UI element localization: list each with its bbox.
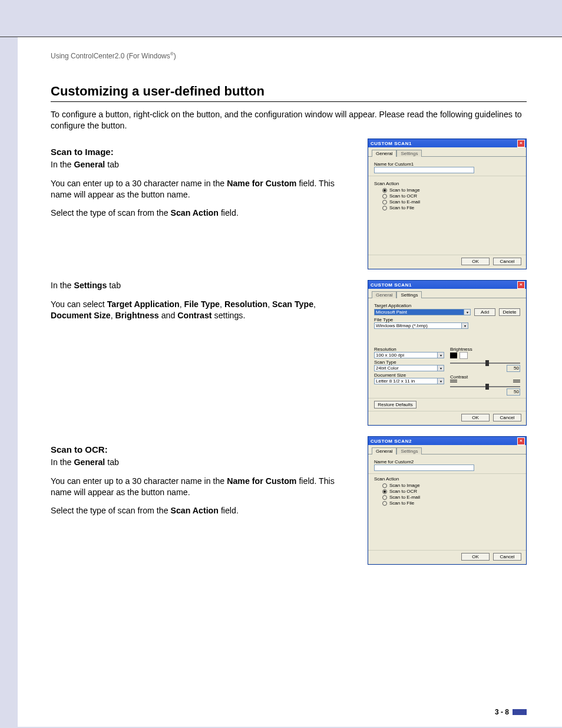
tab-general[interactable]: General — [372, 150, 396, 157]
scan-action-legend: Scan Action — [374, 476, 520, 482]
chevron-down-icon: ▾ — [438, 352, 444, 358]
radio-icon — [382, 489, 387, 494]
ocr-general-tab-line: In the General tab — [51, 457, 357, 468]
target-application-select[interactable]: Microsoft Paint ▾ — [374, 309, 471, 315]
running-header-text: Using ControlCenter2.0 (For Windows — [51, 52, 170, 60]
scan-action-paragraph: Select the type of scan from the Scan Ac… — [51, 207, 357, 219]
scan-type-select[interactable]: 24bit Color ▾ — [374, 365, 444, 371]
slider-thumb-icon — [485, 360, 489, 366]
intro-paragraph: To configure a button, right-click on th… — [51, 109, 527, 131]
chevron-down-icon: ▾ — [464, 309, 471, 315]
cancel-button[interactable]: Cancel — [493, 258, 521, 265]
radio-scan-to-ocr[interactable]: Scan to OCR — [382, 193, 520, 199]
target-application-label: Target Application — [374, 303, 520, 308]
contrast-value[interactable]: 50 — [507, 388, 520, 396]
dialog-title: CUSTOM SCAN1 — [371, 282, 412, 288]
chevron-down-icon: ▾ — [438, 378, 444, 384]
brightness-slider[interactable] — [450, 363, 520, 364]
add-button[interactable]: Add — [474, 308, 495, 316]
brightness-dark-icon — [450, 353, 457, 358]
radio-icon — [382, 483, 387, 488]
scan-action-group: Scan Action Scan to Image Scan to OCR Sc… — [374, 180, 520, 211]
page-title: Customizing a user-defined button — [51, 84, 527, 99]
radio-scan-to-image[interactable]: Scan to Image — [382, 187, 520, 193]
radio-scan-to-ocr[interactable]: Scan to OCR — [382, 489, 520, 494]
tab-settings[interactable]: Settings — [396, 291, 422, 298]
running-header: Using ControlCenter2.0 (For Windows®) — [51, 51, 527, 60]
brightness-label: Brightness — [450, 347, 520, 352]
radio-scan-to-file[interactable]: Scan to File — [382, 205, 520, 210]
close-icon[interactable]: × — [517, 281, 525, 289]
radio-icon — [382, 501, 387, 506]
tab-general[interactable]: General — [372, 447, 396, 454]
brightness-light-icon — [459, 352, 468, 359]
dialog-title: CUSTOM SCAN2 — [371, 439, 412, 444]
ocr-name-for-custom-paragraph: You can enter up to a 30 character name … — [51, 476, 357, 498]
scan-to-ocr-heading: Scan to OCR: — [51, 444, 357, 454]
radio-icon — [382, 200, 387, 205]
radio-scan-to-email[interactable]: Scan to E-mail — [382, 495, 520, 500]
ok-button[interactable]: OK — [461, 414, 490, 421]
contrast-low-icon — [450, 380, 457, 383]
radio-icon — [382, 206, 387, 210]
name-for-custom-label: Name for Custom2 — [374, 459, 520, 465]
restore-defaults-button[interactable]: Restore Defaults — [374, 401, 416, 409]
name-for-custom-input[interactable] — [374, 465, 474, 471]
name-for-custom-input[interactable] — [374, 167, 474, 173]
resolution-select[interactable]: 100 x 100 dpi ▾ — [374, 352, 444, 358]
cancel-button[interactable]: Cancel — [493, 414, 521, 421]
radio-scan-to-file[interactable]: Scan to File — [382, 500, 520, 506]
document-size-label: Document Size — [374, 373, 444, 378]
page-top-strip — [0, 0, 562, 37]
general-tab-line: In the General tab — [51, 159, 357, 170]
chevron-down-icon: ▾ — [438, 365, 444, 371]
chevron-down-icon: ▾ — [462, 322, 468, 329]
document-size-select[interactable]: Letter 8 1/2 x 11 in ▾ — [374, 378, 444, 384]
file-type-select[interactable]: Windows Bitmap (*.bmp) ▾ — [374, 322, 468, 329]
brightness-value[interactable]: 50 — [507, 365, 520, 372]
ok-button[interactable]: OK — [461, 258, 490, 265]
radio-icon — [382, 188, 387, 193]
title-rule — [51, 101, 527, 102]
contrast-label: Contrast — [450, 374, 520, 380]
tab-general[interactable]: General — [372, 291, 396, 298]
dialog-title: CUSTOM SCAN1 — [371, 141, 412, 146]
dialog-titlebar[interactable]: CUSTOM SCAN1 × — [368, 139, 526, 147]
custom-scan2-general-dialog: CUSTOM SCAN2 × General Settings Name for… — [368, 436, 527, 565]
custom-scan1-settings-dialog: CUSTOM SCAN1 × General Settings Target A… — [368, 280, 527, 426]
custom-scan1-general-dialog: CUSTOM SCAN1 × General Settings Name for… — [368, 139, 527, 269]
dialog-titlebar[interactable]: CUSTOM SCAN2 × — [368, 437, 526, 445]
page-number: 3 - 8 — [495, 708, 509, 716]
resolution-label: Resolution — [374, 347, 444, 352]
scan-to-image-heading: Scan to Image: — [51, 147, 357, 157]
file-type-label: File Type — [374, 317, 520, 322]
dialog-titlebar[interactable]: CUSTOM SCAN1 × — [368, 281, 526, 289]
contrast-slider[interactable] — [450, 386, 520, 387]
radio-scan-to-image[interactable]: Scan to Image — [382, 483, 520, 488]
document-page: Using ControlCenter2.0 (For Windows®) 3 … — [18, 37, 562, 727]
radio-icon — [382, 194, 387, 199]
scan-type-label: Scan Type — [374, 360, 444, 365]
radio-scan-to-email[interactable]: Scan to E-mail — [382, 199, 520, 205]
settings-tab-line: In the Settings tab — [51, 280, 357, 291]
name-for-custom-label: Name for Custom1 — [374, 162, 520, 167]
slider-thumb-icon — [485, 384, 489, 390]
tab-settings[interactable]: Settings — [396, 150, 422, 157]
scan-action-legend: Scan Action — [374, 181, 520, 186]
radio-icon — [382, 495, 387, 500]
settings-fields-paragraph: You can select Target Application, File … — [51, 299, 357, 321]
name-for-custom-paragraph: You can enter up to a 30 character name … — [51, 178, 357, 200]
ok-button[interactable]: OK — [461, 553, 490, 561]
delete-button[interactable]: Delete — [499, 308, 520, 316]
page-footer: 3 - 8 — [495, 708, 527, 716]
cancel-button[interactable]: Cancel — [493, 553, 521, 561]
close-icon[interactable]: × — [517, 437, 525, 445]
tab-settings[interactable]: Settings — [396, 447, 422, 454]
footer-accent-bar — [513, 709, 527, 715]
ocr-scan-action-paragraph: Select the type of scan from the Scan Ac… — [51, 505, 357, 516]
contrast-high-icon — [513, 380, 520, 383]
close-icon[interactable]: × — [517, 140, 525, 147]
